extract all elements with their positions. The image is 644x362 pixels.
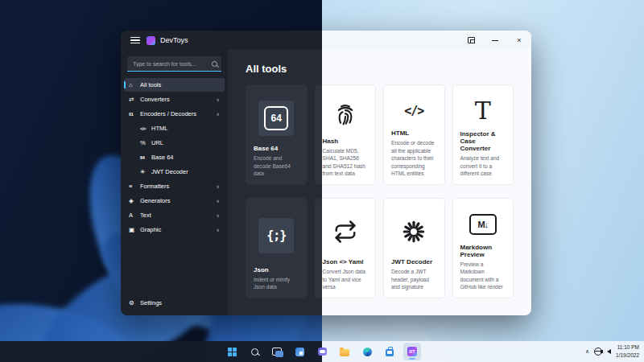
tool-description: Indent or minify Json data — [254, 276, 299, 291]
chevron-down-icon: ∨ — [217, 198, 220, 204]
store-icon — [386, 349, 394, 356]
hidden-icons-chevron-icon[interactable]: ∧ — [585, 348, 589, 355]
tool-card-json[interactable]: {;} Json Indent or minify Json data — [246, 198, 308, 298]
devtoys-logo — [147, 36, 155, 45]
folder-icon — [340, 349, 349, 356]
sidebar-item-encoders-decoders[interactable]: 01 Encoders / Decoders ∧ — [124, 107, 225, 121]
chevron-down-icon: ∨ — [217, 183, 220, 189]
chevron-down-icon: ∨ — [217, 97, 220, 102]
sidebar-item-label: Graphic — [140, 226, 215, 233]
tool-title: Markdown Preview — [460, 244, 506, 258]
tool-card-markdown-preview[interactable]: M↓ Markdown Preview Preview a Markdown d… — [452, 198, 514, 298]
chevron-up-icon: ∧ — [217, 111, 220, 117]
tool-description: Encode or decode all the applicable char… — [391, 139, 437, 178]
jwt-burst-icon: ✳ — [140, 168, 151, 175]
taskbar-clock[interactable]: 11:10 PM 1/19/2022 — [616, 343, 639, 360]
sidebar-item-label: HTML — [151, 125, 220, 132]
tool-card-html[interactable]: </> HTML Encode or decode all the applic… — [383, 84, 445, 185]
generator-icon: ◈ — [129, 197, 140, 204]
sidebar-item-graphic[interactable]: ▣ Graphic ∨ — [124, 223, 225, 237]
chevron-down-icon: ∨ — [217, 212, 220, 218]
json-braces-icon: {;} — [258, 218, 294, 253]
sidebar-item-label: Text — [140, 212, 215, 219]
sidebar-item-base64[interactable]: 64 Base 64 — [124, 150, 225, 164]
sidebar-item-label: URL — [151, 139, 220, 146]
devtoys-icon: DT — [407, 347, 417, 356]
base64-icon: 64 — [258, 101, 294, 136]
tool-card-base64[interactable]: 64 Base 64 Encode and decode Base64 data — [246, 84, 308, 185]
tool-description: Encode and decode Base64 data — [254, 154, 299, 178]
tool-title: JWT Decoder — [391, 258, 437, 265]
code-tags-icon: </> — [140, 126, 151, 131]
edge-button[interactable] — [358, 343, 376, 360]
binary-icon: 01 — [129, 112, 140, 117]
sidebar-item-text[interactable]: A Text ∨ — [124, 208, 225, 222]
sidebar-item-html[interactable]: </> HTML — [124, 121, 225, 135]
home-icon: ⌂ — [129, 81, 140, 88]
file-explorer-button[interactable] — [336, 343, 353, 360]
tool-title: Hash — [323, 138, 369, 145]
tool-card-jwt-decoder[interactable]: JWT Decoder Decode a JWT header, payload… — [383, 198, 445, 298]
lines-icon: ≡ — [129, 183, 140, 190]
percent-icon: % — [140, 139, 151, 146]
sidebar-item-url[interactable]: % URL — [124, 136, 225, 150]
sidebar-item-label: Generators — [140, 197, 215, 204]
code-tags-icon: </> — [396, 93, 431, 129]
sidebar-item-converters[interactable]: ⇄ Converters ∨ — [124, 93, 225, 106]
sidebar-item-label: JWT Decoder — [151, 168, 220, 175]
sidebar-item-formatters[interactable]: ≡ Formatters ∨ — [124, 179, 225, 193]
swap-arrows-icon: ⇄ — [129, 96, 140, 103]
letter-t-icon: T — [465, 93, 501, 129]
gear-icon: ⚙ — [129, 299, 140, 306]
edge-icon — [363, 348, 372, 356]
hamburger-menu-icon[interactable] — [130, 37, 140, 43]
tool-description: Preview a Markdown document with a GitHu… — [460, 261, 506, 291]
task-view-icon — [272, 348, 282, 356]
chevron-down-icon: ∨ — [217, 227, 220, 232]
tool-title: HTML — [391, 130, 437, 137]
search-input[interactable] — [131, 60, 212, 68]
sidebar-item-generators[interactable]: ◈ Generators ∨ — [124, 194, 225, 208]
sidebar-item-jwt-decoder[interactable]: ✳ JWT Decoder — [124, 165, 225, 179]
compact-overlay-button[interactable] — [459, 31, 483, 50]
tool-description: Analyze text and convert it to a differe… — [460, 154, 506, 178]
compact-overlay-icon — [468, 37, 475, 43]
tool-description: Decode a JWT header, payload and signatu… — [391, 268, 437, 291]
tool-title: Inspector & Case Converter — [460, 130, 506, 152]
sidebar-item-all-tools[interactable]: ⌂ All tools — [124, 78, 225, 92]
jwt-burst-icon — [396, 214, 431, 249]
window-title: DevToys — [160, 36, 188, 44]
letter-a-icon: A — [129, 212, 140, 219]
close-button[interactable]: × — [507, 31, 531, 50]
start-button[interactable] — [223, 343, 241, 360]
search-box[interactable] — [127, 56, 221, 72]
repeat-arrows-icon — [328, 214, 363, 249]
search-icon — [251, 348, 258, 356]
clock-date: 1/19/2022 — [616, 352, 639, 360]
task-view-button[interactable] — [268, 343, 286, 360]
tool-description: Convert Json data to Yaml and vice versa — [323, 268, 369, 291]
image-icon: ▣ — [129, 226, 140, 233]
volume-icon[interactable] — [607, 349, 611, 354]
sidebar-item-label: Converters — [140, 96, 215, 103]
tool-title: Json <> Yaml — [323, 258, 369, 265]
sidebar-item-label: All tools — [140, 81, 220, 88]
store-button[interactable] — [381, 343, 398, 360]
sidebar: ⌂ All tools ⇄ Converters ∨ 01 Encoders /… — [121, 50, 228, 315]
sidebar-item-settings[interactable]: ⚙ Settings — [124, 296, 225, 310]
taskbar-search-button[interactable] — [246, 343, 263, 360]
markdown-icon: M↓ — [465, 207, 501, 242]
sidebar-item-label: Encoders / Decoders — [140, 110, 215, 117]
tool-card-inspector-case-converter[interactable]: T Inspector & Case Converter Analyze tex… — [452, 84, 514, 185]
minimize-icon — [492, 40, 498, 41]
sidebar-item-label: Formatters — [140, 183, 215, 190]
tool-title: Base 64 — [254, 145, 299, 152]
system-tray: ∧ 11:10 PM 1/19/2022 — [585, 341, 639, 362]
minimize-button[interactable] — [483, 31, 507, 50]
widgets-button[interactable] — [291, 343, 308, 360]
devtoys-taskbar-button[interactable]: DT — [403, 343, 421, 360]
search-icon — [212, 61, 217, 67]
tool-card-json-yaml[interactable]: Json <> Yaml Convert Json data to Yaml a… — [315, 198, 377, 298]
windows-logo-icon — [228, 348, 237, 356]
tool-card-hash[interactable]: Hash Calculate MD5, SHA1, SHA256 and SHA… — [315, 84, 377, 185]
